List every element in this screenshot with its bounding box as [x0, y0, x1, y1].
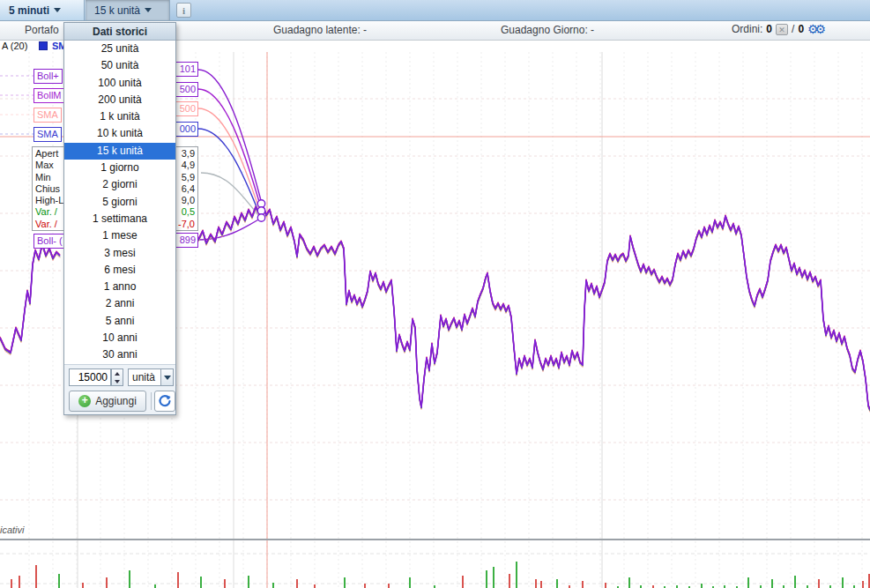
- stepper-down-icon[interactable]: [112, 377, 123, 385]
- indicator-label-box: SMA: [33, 108, 62, 123]
- volume-bar: [344, 577, 346, 588]
- chevron-down-icon: [145, 8, 152, 12]
- volume-bar: [177, 572, 179, 588]
- orders-label: Ordini:: [732, 23, 762, 35]
- volume-bar: [509, 574, 510, 588]
- volume-bar: [224, 579, 226, 588]
- bollinger-curve: [198, 89, 262, 211]
- chevron-down-icon: [54, 8, 61, 12]
- band-end-marker: [257, 214, 264, 221]
- volume-bar: [747, 577, 749, 588]
- volume-bar: [540, 581, 542, 588]
- orders-total-count: 0: [798, 23, 804, 35]
- unit-select-arrow[interactable]: [160, 368, 174, 386]
- dropdown-item[interactable]: 200 unità: [64, 92, 175, 108]
- volume-bar: [154, 584, 156, 588]
- dropdown-item[interactable]: 1 k unità: [64, 108, 175, 125]
- volume-bar: [818, 579, 820, 588]
- dropdown-item[interactable]: 6 mesi: [64, 262, 175, 279]
- volume-bar: [862, 581, 864, 588]
- volume-bar: [19, 576, 20, 588]
- indicator-value-box: 899: [175, 233, 198, 248]
- dropdown-item[interactable]: 2 anni: [64, 295, 175, 312]
- indicator-value-box: 500: [175, 82, 198, 97]
- tooltip-label: Chius: [35, 183, 60, 195]
- add-button[interactable]: + Aggiungi: [69, 391, 146, 412]
- volume-bar: [272, 583, 274, 588]
- quantity-stepper[interactable]: [111, 368, 123, 386]
- day-gain: Guadagno Giorno: -: [501, 24, 594, 36]
- tooltip-value: 6,4: [182, 183, 195, 195]
- dropdown-item-list: 25 unità50 unità100 unità200 unità1 k un…: [64, 41, 175, 364]
- volume-bar: [462, 576, 464, 588]
- quantity-input[interactable]: [69, 368, 111, 386]
- dropdown-item[interactable]: 1 settimana: [64, 211, 175, 227]
- legend-label-fragment: A (20): [2, 41, 27, 51]
- dropdown-item[interactable]: 50 unità: [64, 57, 175, 74]
- chevron-down-icon: [164, 376, 171, 380]
- dropdown-item[interactable]: 25 unità: [64, 41, 175, 57]
- volume-bar: [628, 577, 630, 588]
- volume-bar: [486, 570, 487, 588]
- dropdown-item[interactable]: 10 k unità: [64, 125, 175, 142]
- add-button-label: Aggiungi: [95, 395, 137, 407]
- tooltip-value: 4,9: [182, 160, 195, 171]
- dropdown-item[interactable]: 1 mese: [64, 227, 175, 244]
- volume-bar: [364, 584, 366, 588]
- historical-data-dropdown: Dati storici 25 unità50 unità100 unità20…: [63, 22, 176, 415]
- info-icon: i: [182, 5, 185, 16]
- info-button[interactable]: i: [176, 3, 191, 18]
- volume-bar: [701, 584, 703, 588]
- orders-open-count: 0: [766, 23, 772, 35]
- volume-bar: [35, 565, 37, 588]
- units-label: 15 k unità: [94, 4, 140, 17]
- volume-bar: [842, 577, 844, 588]
- disclaimer-text-fragment: icativi: [0, 525, 25, 535]
- day-gain-value: -: [591, 24, 594, 36]
- indicator-label-box: Boll- (: [33, 234, 66, 249]
- tooltip-value: 5,9: [182, 172, 195, 183]
- dropdown-item-selected[interactable]: 15 k unità: [64, 143, 175, 160]
- dropdown-item[interactable]: 2 giorni: [64, 176, 175, 193]
- dropdown-item[interactable]: 1 anno: [64, 279, 175, 295]
- indicator-label-box: Boll+: [33, 69, 63, 84]
- dropdown-item[interactable]: 30 anni: [64, 346, 175, 363]
- dropdown-item[interactable]: 100 unità: [64, 75, 175, 92]
- volume-bar: [58, 574, 60, 588]
- refresh-icon: [157, 393, 173, 409]
- units-dropdown-button[interactable]: 15 k unità: [86, 0, 170, 20]
- unit-select[interactable]: unità: [128, 368, 161, 386]
- orders-status: Ordini: 0 ✕ / 0 ⚙⚙: [732, 23, 822, 35]
- tooltip-value: 3,9: [182, 148, 195, 160]
- volume-bar: [314, 584, 316, 588]
- footer-divider: [151, 392, 152, 410]
- interval-label: 5 minuti: [9, 4, 49, 17]
- tooltip-label: Var. /: [35, 206, 57, 218]
- stepper-up-icon[interactable]: [112, 369, 123, 377]
- bollinger-curve: [201, 173, 258, 215]
- tooltip-label: Min: [35, 172, 51, 183]
- volume-bar: [106, 577, 108, 588]
- indicator-value-box: 500: [175, 101, 198, 116]
- dropdown-item[interactable]: 5 giorni: [64, 194, 175, 211]
- tooltip-label: Max: [35, 160, 54, 171]
- volume-bar: [582, 581, 584, 588]
- portfolio-label-fragment: Portafo: [25, 24, 59, 36]
- dropdown-item[interactable]: 10 anni: [64, 330, 175, 346]
- bollinger-curve: [198, 108, 261, 214]
- volume-bar: [771, 579, 773, 588]
- dropdown-item[interactable]: 3 mesi: [64, 245, 175, 262]
- dropdown-item[interactable]: 5 anni: [64, 313, 175, 330]
- volume-bar: [200, 577, 202, 588]
- volume-bar: [409, 577, 411, 588]
- volume-bar: [535, 579, 537, 588]
- indicator-value-box: 000: [175, 122, 198, 137]
- indicator-value-box: 101: [175, 62, 198, 77]
- tooltip-label: Apert: [35, 148, 58, 160]
- cancel-orders-icon[interactable]: ✕: [776, 24, 788, 35]
- interval-dropdown-button[interactable]: 5 minuti: [0, 0, 85, 20]
- settings-gears-icon[interactable]: ⚙⚙: [807, 23, 822, 35]
- tooltip-value: -7,0: [178, 219, 195, 230]
- dropdown-item[interactable]: 1 giorno: [64, 160, 175, 176]
- refresh-button[interactable]: [154, 391, 175, 412]
